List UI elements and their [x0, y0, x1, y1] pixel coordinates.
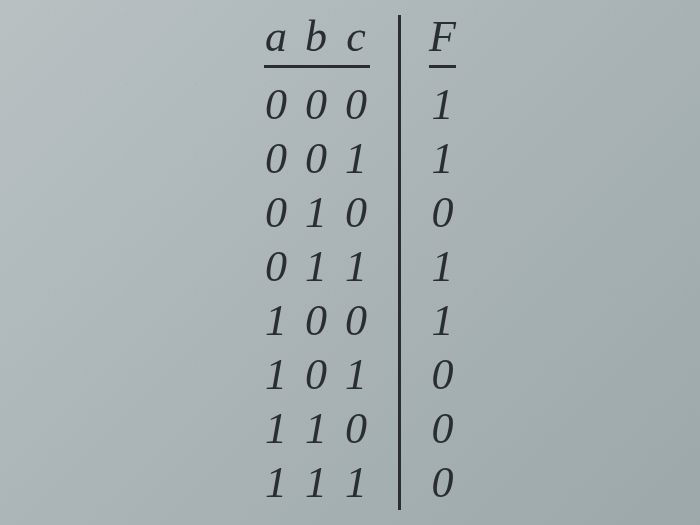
cell: 0 — [264, 245, 290, 289]
cell: 0 — [344, 83, 370, 127]
table-row: 0 1 1 — [264, 240, 370, 294]
truth-table: a b c 0 0 0 0 0 1 0 1 0 0 1 1 1 0 0 — [264, 15, 456, 510]
cell: 0 — [264, 83, 290, 127]
cell: 0 — [431, 348, 453, 402]
cell: 0 — [344, 191, 370, 235]
cell: 1 — [304, 407, 330, 451]
table-row: 0 0 1 — [264, 132, 370, 186]
cell: 0 — [344, 299, 370, 343]
inputs-column: a b c 0 0 0 0 0 1 0 1 0 0 1 1 1 0 0 — [264, 15, 398, 510]
cell: 0 — [264, 191, 290, 235]
col-header-b: b — [304, 15, 330, 59]
inputs-header: a b c — [264, 15, 370, 68]
table-row: 1 1 0 — [264, 402, 370, 456]
output-column: F 1 1 0 1 1 0 0 0 — [401, 15, 456, 510]
table-row: 1 0 1 — [264, 348, 370, 402]
table-row: 1 1 1 — [264, 456, 370, 510]
cell: 1 — [264, 407, 290, 451]
cell: 1 — [264, 353, 290, 397]
col-header-c: c — [344, 15, 370, 59]
cell: 1 — [264, 461, 290, 505]
cell: 1 — [304, 191, 330, 235]
cell: 0 — [304, 353, 330, 397]
cell: 0 — [264, 137, 290, 181]
cell: 0 — [304, 299, 330, 343]
cell: 1 — [304, 461, 330, 505]
cell: 1 — [304, 245, 330, 289]
cell: 1 — [344, 137, 370, 181]
cell: 0 — [431, 456, 453, 510]
cell: 1 — [264, 299, 290, 343]
cell: 0 — [431, 186, 453, 240]
cell: 1 — [431, 240, 453, 294]
cell: 1 — [431, 132, 453, 186]
table-row: 0 1 0 — [264, 186, 370, 240]
cell: 1 — [344, 245, 370, 289]
cell: 1 — [431, 78, 453, 132]
cell: 1 — [344, 461, 370, 505]
cell: 0 — [304, 83, 330, 127]
table-row: 0 0 0 — [264, 78, 370, 132]
col-header-a: a — [264, 15, 290, 59]
cell: 1 — [344, 353, 370, 397]
cell: 1 — [431, 294, 453, 348]
col-header-f: F — [429, 15, 456, 68]
cell: 0 — [431, 402, 453, 456]
cell: 0 — [304, 137, 330, 181]
table-row: 1 0 0 — [264, 294, 370, 348]
cell: 0 — [344, 407, 370, 451]
